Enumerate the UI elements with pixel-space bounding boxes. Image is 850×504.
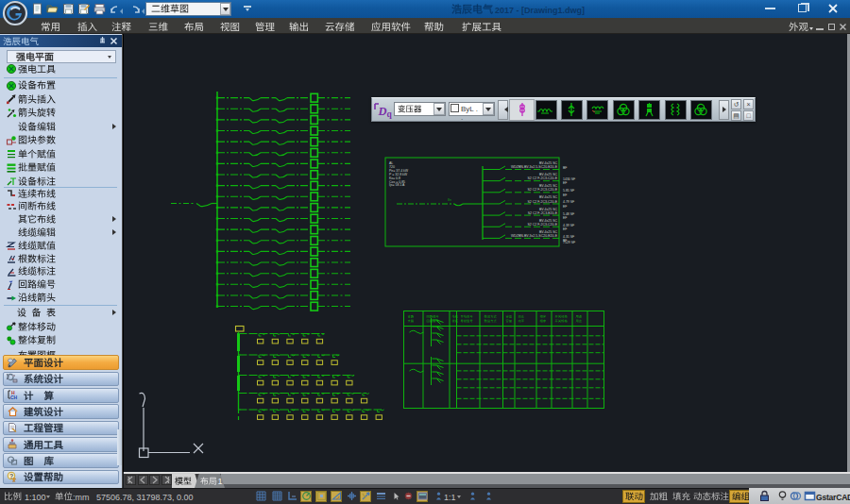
svg-text:S2 C2 F-2C3-C20-E: S2 C2 F-2C3-C20-E bbox=[527, 200, 557, 204]
svg-text:WDZBN-BV-3x2.5-SC20-E20-E: WDZBN-BV-3x2.5-SC20-E20-E bbox=[511, 165, 558, 169]
svg-text:S2 C2 F-2C3-C20-E: S2 C2 F-2C3-C20-E bbox=[527, 223, 557, 227]
svg-text:CH: CH bbox=[10, 395, 18, 400]
svg-text:BF: BF bbox=[563, 166, 567, 170]
svg-text:8n: 8n bbox=[448, 198, 451, 202]
svg-text:?: ? bbox=[9, 473, 13, 479]
svg-text:WDZBN-BV-3x2.5-SC20-E20-E: WDZBN-BV-3x2.5-SC20-E20-E bbox=[511, 234, 558, 238]
svg-text:EF: EF bbox=[563, 181, 567, 185]
svg-text:EF: EF bbox=[563, 227, 567, 231]
svg-text:D: D bbox=[378, 105, 387, 118]
svg-text:q: q bbox=[387, 109, 393, 119]
svg-text:EF: EF bbox=[563, 205, 567, 209]
svg-text:S2 C2 F-2C3-C20-E: S2 C2 F-2C3-C20-E bbox=[527, 188, 557, 192]
svg-text:S2 C2 F-2C3-C20-E: S2 C2 F-2C3-C20-E bbox=[527, 176, 557, 180]
svg-text:EF: EF bbox=[563, 193, 567, 197]
svg-text:7529 SF: 7529 SF bbox=[563, 241, 575, 244]
svg-text:S2 C2 F-2C3-E20-E: S2 C2 F-2C3-E20-E bbox=[528, 211, 558, 215]
svg-text:Ijs= 58.1 A: Ijs= 58.1 A bbox=[389, 183, 405, 187]
svg-text:EF: EF bbox=[563, 216, 567, 220]
